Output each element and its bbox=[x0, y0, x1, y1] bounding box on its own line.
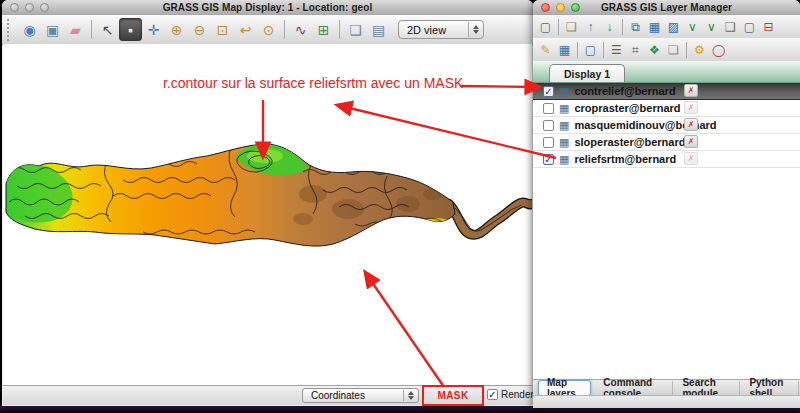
layer-checkbox[interactable]: ✓ bbox=[543, 86, 554, 97]
add-vector-misc-icon[interactable]: ∨ bbox=[702, 17, 721, 36]
start-new-display-icon[interactable]: ▢ bbox=[536, 17, 555, 36]
minimize-button[interactable] bbox=[25, 3, 34, 12]
toolbar-separator bbox=[622, 19, 623, 35]
attribute-table-icon[interactable]: ▦ bbox=[555, 40, 574, 59]
new-mapdisplay-icon[interactable]: ▢ bbox=[581, 40, 600, 59]
window-controls bbox=[10, 3, 49, 12]
zoom-window-button[interactable] bbox=[40, 3, 49, 12]
tab-command-console[interactable]: Command console bbox=[595, 381, 673, 395]
layer-manager-statusbar bbox=[533, 395, 800, 408]
raster-layer-icon: ▦ bbox=[559, 137, 569, 148]
raster-layer-icon: ▦ bbox=[559, 86, 569, 97]
add-multiple-layers-icon[interactable]: ⧉ bbox=[626, 17, 645, 36]
layer-row-reliefsrtm[interactable]: ✓ ▦ reliefsrtm@bernard ✗ bbox=[533, 151, 800, 168]
render-map-icon[interactable]: ▣ bbox=[41, 18, 64, 41]
layer-remove-icon[interactable]: ✗ bbox=[684, 101, 698, 114]
toolbar-grip[interactable] bbox=[7, 19, 13, 41]
map-display-statusbar: Coordinates ✓ Render bbox=[3, 385, 532, 405]
toolbar-separator bbox=[577, 42, 578, 58]
layer-remove-icon[interactable]: ✗ bbox=[684, 152, 698, 165]
view-mode-value: 2D view bbox=[407, 24, 446, 36]
layer-tree: ✓ ▦ contrelief@bernard ✗ ▦ cropraster@be… bbox=[533, 83, 800, 380]
layer-remove-icon[interactable]: ✗ bbox=[684, 118, 698, 131]
add-raster-icon[interactable]: ▦ bbox=[645, 17, 664, 36]
layer-row-sloperaster[interactable]: ▦ sloperaster@bernard ✗ bbox=[533, 134, 800, 151]
layer-checkbox[interactable] bbox=[543, 103, 554, 114]
layer-remove-icon[interactable]: ✗ bbox=[684, 135, 698, 148]
settings-icon[interactable]: ⚙ bbox=[690, 40, 709, 59]
render-checkbox[interactable]: ✓ bbox=[487, 389, 498, 400]
raster-calculator-icon[interactable]: ☰ bbox=[607, 40, 626, 59]
add-overlay-icon[interactable]: ⊞ bbox=[312, 18, 335, 41]
layer-checkbox[interactable]: ✓ bbox=[543, 154, 554, 165]
save-workspace-icon[interactable]: ↓ bbox=[600, 17, 619, 36]
add-raster-misc-icon[interactable]: ▨ bbox=[664, 17, 683, 36]
script-icon[interactable]: ❏ bbox=[664, 40, 683, 59]
toolbar-separator bbox=[339, 20, 340, 39]
modeler-icon[interactable]: ❖ bbox=[645, 40, 664, 59]
query-raster-icon[interactable]: ▪ bbox=[119, 18, 142, 41]
edit-vector-icon[interactable]: ✎ bbox=[536, 40, 555, 59]
minimize-button[interactable] bbox=[556, 3, 565, 12]
display-tab-label: Display 1 bbox=[564, 68, 610, 80]
remove-layer-icon[interactable]: ⊟ bbox=[759, 17, 778, 36]
map-display-window: GRASS GIS Map Display: 1 - Location: geo… bbox=[2, 0, 533, 406]
map-display-toolbar: ◉▣▰↖▪✛⊕⊖⊡↩⊙∿⊞❏▤ 2D view bbox=[2, 15, 533, 45]
zoom-options-icon[interactable]: ⊙ bbox=[257, 18, 280, 41]
view-mode-select[interactable]: 2D view bbox=[398, 20, 484, 39]
render-label: Render bbox=[501, 389, 534, 400]
map-toolbar-buttons: ◉▣▰↖▪✛⊕⊖⊡↩⊙∿⊞❏▤ bbox=[18, 18, 390, 41]
analyze-map-icon[interactable]: ∿ bbox=[289, 18, 312, 41]
tab-search-module[interactable]: Search module bbox=[674, 381, 740, 395]
toolbar-separator bbox=[284, 20, 285, 39]
add-group-icon[interactable]: ❑ bbox=[721, 17, 740, 36]
save-display-icon[interactable]: ❏ bbox=[344, 18, 367, 41]
zoom-extent-icon[interactable]: ⊡ bbox=[211, 18, 234, 41]
layer-label: sloperaster@bernard bbox=[574, 136, 685, 148]
popup-stepper-icon bbox=[468, 22, 482, 37]
georectify-icon[interactable]: ⌗ bbox=[626, 40, 645, 59]
tab-display-1[interactable]: Display 1 bbox=[549, 64, 625, 82]
layer-row-masquemidinouv[interactable]: ▦ masquemidinouv@bernard ✗ bbox=[533, 117, 800, 134]
map-display-titlebar[interactable]: GRASS GIS Map Display: 1 - Location: geo… bbox=[2, 0, 533, 16]
raster-layer-icon: ▦ bbox=[559, 103, 569, 114]
print-display-icon[interactable]: ▤ bbox=[367, 18, 390, 41]
help-icon[interactable]: ◯ bbox=[709, 40, 728, 59]
pan-icon[interactable]: ✛ bbox=[142, 18, 165, 41]
layer-checkbox[interactable] bbox=[543, 120, 554, 131]
statusbar-mode-select[interactable]: Coordinates bbox=[302, 388, 419, 403]
pointer-icon[interactable]: ↖ bbox=[96, 18, 119, 41]
layer-row-cropraster[interactable]: ▦ cropraster@bernard ✗ bbox=[533, 100, 800, 117]
tab-python-shell[interactable]: Python shell bbox=[741, 381, 799, 395]
show-display-icon[interactable]: ◉ bbox=[18, 18, 41, 41]
layer-label: reliefsrtm@bernard bbox=[574, 153, 676, 165]
add-vector-icon[interactable]: ∨ bbox=[683, 17, 702, 36]
toolbar-separator bbox=[603, 42, 604, 58]
layer-manager-toolbar-2: ✎▦▢☰⌗❖❏⚙◯ bbox=[533, 38, 800, 62]
map-canvas[interactable] bbox=[3, 44, 532, 386]
statusbar-mode-value: Coordinates bbox=[311, 390, 365, 401]
layer-remove-icon[interactable]: ✗ bbox=[684, 84, 698, 97]
close-button[interactable] bbox=[10, 3, 19, 12]
zoom-window-button[interactable] bbox=[571, 3, 580, 12]
layer-manager-bottom-tabs: Map layers Command console Search module… bbox=[533, 379, 800, 396]
zoom-in-icon[interactable]: ⊕ bbox=[165, 18, 188, 41]
layer-manager-titlebar[interactable]: GRASS GIS Layer Manager bbox=[533, 0, 800, 16]
toolbar-separator bbox=[686, 42, 687, 58]
layer-manager-window: GRASS GIS Layer Manager ▢❏↑↓⧉▦▨∨∨❑▢⊟ ✎▦▢… bbox=[533, 0, 800, 408]
layer-row-contrelief[interactable]: ✓ ▦ contrelief@bernard ✗ bbox=[533, 83, 800, 100]
raster-layer-icon: ▦ bbox=[559, 154, 569, 165]
tab-map-layers[interactable]: Map layers bbox=[538, 380, 591, 396]
close-button[interactable] bbox=[541, 3, 550, 12]
open-workspace-icon[interactable]: ↑ bbox=[581, 17, 600, 36]
zoom-out-icon[interactable]: ⊖ bbox=[188, 18, 211, 41]
raster-layer-icon: ▦ bbox=[559, 120, 569, 131]
erase-display-icon[interactable]: ▰ bbox=[64, 18, 87, 41]
zoom-back-icon[interactable]: ↩ bbox=[234, 18, 257, 41]
layer-checkbox[interactable] bbox=[543, 137, 554, 148]
create-workspace-icon[interactable]: ❏ bbox=[562, 17, 581, 36]
render-toggle[interactable]: ✓ Render bbox=[487, 389, 534, 400]
layer-manager-toolbar-1: ▢❏↑↓⧉▦▨∨∨❑▢⊟ bbox=[533, 15, 800, 39]
popup-stepper-icon bbox=[403, 390, 417, 401]
add-overlay-layer-icon[interactable]: ▢ bbox=[740, 17, 759, 36]
